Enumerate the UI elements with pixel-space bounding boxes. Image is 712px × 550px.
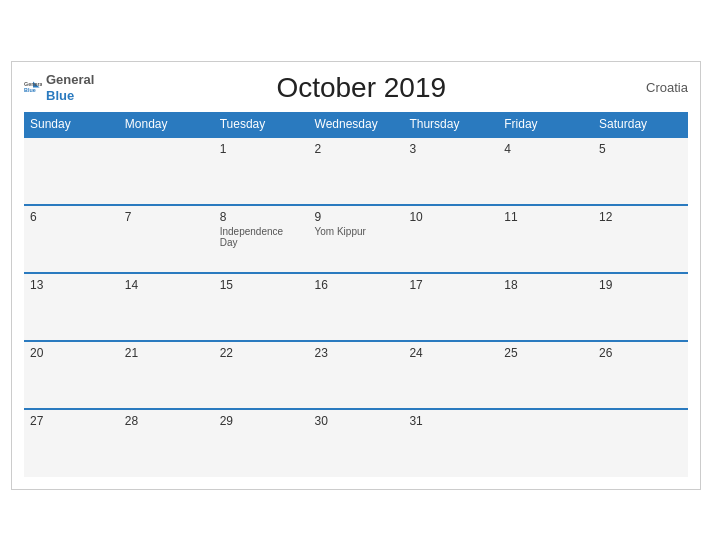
day-number: 9 (315, 210, 398, 224)
day-number: 16 (315, 278, 398, 292)
col-monday: Monday (119, 112, 214, 137)
day-number: 6 (30, 210, 113, 224)
day-cell: 12 (593, 205, 688, 273)
day-number: 10 (409, 210, 492, 224)
col-sunday: Sunday (24, 112, 119, 137)
day-cell: 16 (309, 273, 404, 341)
day-cell: 3 (403, 137, 498, 205)
week-row-5: 2728293031 (24, 409, 688, 477)
day-cell: 10 (403, 205, 498, 273)
day-number: 7 (125, 210, 208, 224)
day-number: 14 (125, 278, 208, 292)
day-cell (119, 137, 214, 205)
day-number: 23 (315, 346, 398, 360)
week-row-1: 12345 (24, 137, 688, 205)
col-friday: Friday (498, 112, 593, 137)
day-cell (593, 409, 688, 477)
day-number: 13 (30, 278, 113, 292)
day-number: 11 (504, 210, 587, 224)
day-cell: 21 (119, 341, 214, 409)
logo-blue-text: Blue (46, 88, 94, 104)
col-saturday: Saturday (593, 112, 688, 137)
day-number: 1 (220, 142, 303, 156)
day-cell: 5 (593, 137, 688, 205)
calendar-header: General Blue General Blue October 2019 C… (24, 72, 688, 104)
day-number: 4 (504, 142, 587, 156)
day-number: 3 (409, 142, 492, 156)
day-cell: 1 (214, 137, 309, 205)
day-cell: 23 (309, 341, 404, 409)
day-cell: 26 (593, 341, 688, 409)
day-number: 12 (599, 210, 682, 224)
day-number: 5 (599, 142, 682, 156)
day-number: 8 (220, 210, 303, 224)
day-cell: 8Independence Day (214, 205, 309, 273)
event-label: Yom Kippur (315, 226, 398, 237)
logo: General Blue General Blue (24, 72, 94, 103)
day-cell: 7 (119, 205, 214, 273)
logo-general-text: General (46, 72, 94, 88)
day-cell: 11 (498, 205, 593, 273)
day-cell: 20 (24, 341, 119, 409)
day-number: 30 (315, 414, 398, 428)
weekday-header-row: Sunday Monday Tuesday Wednesday Thursday… (24, 112, 688, 137)
calendar-title: October 2019 (94, 72, 628, 104)
logo-icon: General Blue (24, 79, 42, 97)
day-cell: 2 (309, 137, 404, 205)
day-number: 18 (504, 278, 587, 292)
day-cell: 22 (214, 341, 309, 409)
day-cell: 13 (24, 273, 119, 341)
day-number: 15 (220, 278, 303, 292)
day-cell: 15 (214, 273, 309, 341)
event-label: Independence Day (220, 226, 303, 248)
day-number: 20 (30, 346, 113, 360)
svg-text:Blue: Blue (24, 87, 36, 93)
col-wednesday: Wednesday (309, 112, 404, 137)
day-number: 19 (599, 278, 682, 292)
week-row-3: 13141516171819 (24, 273, 688, 341)
day-cell: 17 (403, 273, 498, 341)
day-cell: 14 (119, 273, 214, 341)
svg-text:General: General (24, 81, 42, 87)
day-number: 17 (409, 278, 492, 292)
day-cell: 29 (214, 409, 309, 477)
day-cell: 9Yom Kippur (309, 205, 404, 273)
day-cell: 27 (24, 409, 119, 477)
day-cell (24, 137, 119, 205)
day-number: 29 (220, 414, 303, 428)
calendar-grid: Sunday Monday Tuesday Wednesday Thursday… (24, 112, 688, 477)
week-row-4: 20212223242526 (24, 341, 688, 409)
day-cell: 19 (593, 273, 688, 341)
day-cell: 6 (24, 205, 119, 273)
day-cell: 28 (119, 409, 214, 477)
day-cell: 24 (403, 341, 498, 409)
day-number: 25 (504, 346, 587, 360)
day-cell: 18 (498, 273, 593, 341)
day-cell: 4 (498, 137, 593, 205)
day-number: 24 (409, 346, 492, 360)
col-tuesday: Tuesday (214, 112, 309, 137)
day-cell: 30 (309, 409, 404, 477)
day-number: 21 (125, 346, 208, 360)
day-number: 31 (409, 414, 492, 428)
week-row-2: 678Independence Day9Yom Kippur101112 (24, 205, 688, 273)
day-cell (498, 409, 593, 477)
calendar-container: General Blue General Blue October 2019 C… (11, 61, 701, 490)
col-thursday: Thursday (403, 112, 498, 137)
day-number: 26 (599, 346, 682, 360)
day-number: 22 (220, 346, 303, 360)
day-number: 28 (125, 414, 208, 428)
day-number: 27 (30, 414, 113, 428)
day-cell: 31 (403, 409, 498, 477)
day-cell: 25 (498, 341, 593, 409)
day-number: 2 (315, 142, 398, 156)
country-label: Croatia (628, 80, 688, 95)
